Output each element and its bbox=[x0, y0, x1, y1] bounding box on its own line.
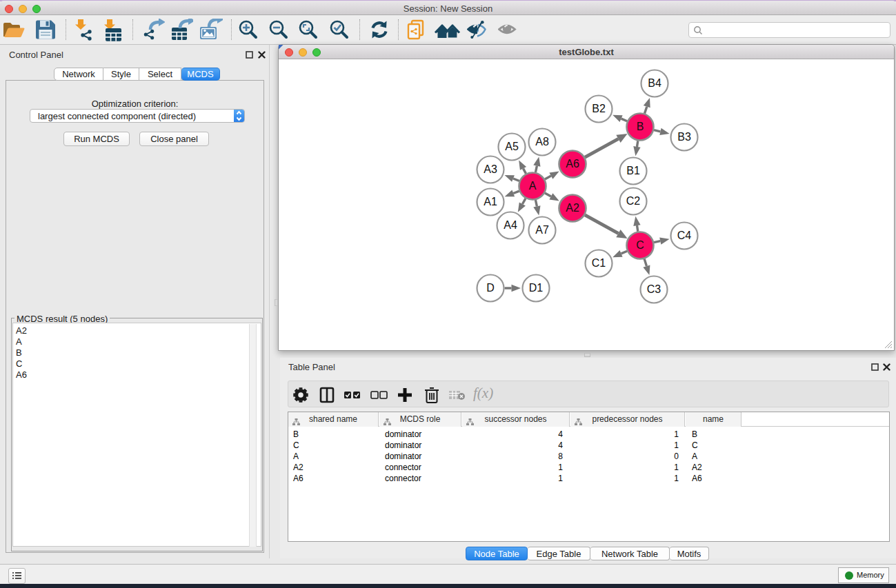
svg-text:C4: C4 bbox=[677, 230, 692, 241]
svg-text:D1: D1 bbox=[529, 282, 544, 294]
svg-text:C3: C3 bbox=[647, 283, 661, 295]
svg-text:A8: A8 bbox=[535, 136, 549, 148]
svg-text:A: A bbox=[529, 180, 537, 192]
svg-text:C: C bbox=[636, 239, 644, 251]
svg-text:A6: A6 bbox=[566, 158, 579, 170]
svg-text:A3: A3 bbox=[484, 163, 497, 175]
svg-text:B2: B2 bbox=[592, 103, 606, 114]
svg-text:A4: A4 bbox=[504, 219, 517, 231]
svg-text:C2: C2 bbox=[626, 195, 641, 207]
svg-text:A5: A5 bbox=[505, 141, 519, 152]
svg-text:C1: C1 bbox=[592, 257, 606, 269]
svg-text:A1: A1 bbox=[484, 196, 497, 207]
svg-text:A7: A7 bbox=[535, 224, 549, 236]
svg-text:A2: A2 bbox=[566, 202, 579, 214]
svg-text:D: D bbox=[486, 282, 495, 294]
svg-text:B4: B4 bbox=[648, 77, 661, 89]
svg-text:B: B bbox=[637, 121, 644, 132]
svg-text:B3: B3 bbox=[677, 131, 691, 143]
svg-text:B1: B1 bbox=[626, 165, 640, 176]
